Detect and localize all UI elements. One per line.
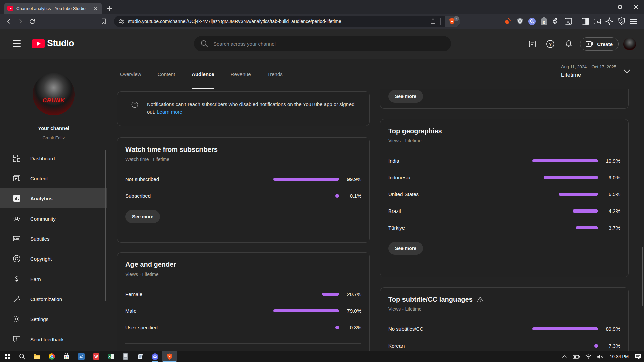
adblock-shield-extension-icon[interactable]	[515, 16, 525, 26]
discord-icon[interactable]	[148, 351, 162, 362]
wifi-icon[interactable]	[582, 351, 594, 362]
sidebar-item-dashboard[interactable]: Dashboard	[0, 148, 107, 168]
channel-search-bar[interactable]: Search across your channel	[194, 36, 451, 51]
help-icon[interactable]: ?	[544, 37, 557, 51]
browser-menu-icon[interactable]	[629, 16, 639, 26]
channel-avatar[interactable]: CRUNK	[33, 73, 75, 115]
system-tray: 10:34 PM	[558, 351, 644, 362]
sidebar-item-community[interactable]: Community	[0, 208, 107, 229]
tab-overview[interactable]: Overview	[120, 59, 141, 89]
calculator-icon[interactable]	[118, 351, 133, 362]
sidebar-scrollbar[interactable]	[105, 150, 106, 301]
account-avatar[interactable]	[623, 38, 636, 50]
action-center-icon[interactable]	[632, 351, 644, 362]
start-button[interactable]	[0, 351, 15, 362]
honey-extension-icon[interactable]: b	[539, 16, 549, 26]
earn-icon	[13, 275, 21, 283]
taskbar: W X 10:34 PM	[0, 351, 644, 362]
taskbar-search-icon[interactable]	[15, 351, 30, 362]
browser-tab[interactable]: Channel analytics - YouTube Studio	[4, 3, 102, 14]
sidebar-item-send-feedback[interactable]: Send feedback	[0, 329, 107, 349]
feedback-icon[interactable]	[526, 37, 539, 51]
site-settings-icon[interactable]	[119, 19, 125, 24]
stat-label: Subscribed	[125, 193, 255, 199]
learn-more-link[interactable]: Learn more	[157, 109, 182, 115]
tab-close-icon[interactable]	[93, 5, 99, 11]
share-icon[interactable]	[430, 18, 436, 25]
battery-icon[interactable]	[570, 351, 582, 362]
see-more-button[interactable]: See more	[388, 90, 423, 103]
extensions-puzzle-icon[interactable]	[551, 16, 561, 26]
download-manager-extension-icon[interactable]	[503, 16, 513, 26]
photos-icon[interactable]	[74, 351, 89, 362]
date-range-picker[interactable]: Aug 11, 2024 – Oct 17, 2025 Lifetime	[561, 64, 631, 78]
period-label: Lifetime	[561, 72, 616, 78]
sidebar-item-subtitles[interactable]: Subtitles	[0, 229, 107, 249]
taskbar-clock[interactable]: 10:34 PM	[606, 354, 632, 359]
sidebar-nav: Dashboard Content Analytics Community Su…	[0, 148, 107, 349]
brave-taskbar-icon[interactable]	[162, 351, 177, 362]
tray-chevron-up-icon[interactable]	[558, 351, 570, 362]
vpn-shield-icon[interactable]	[616, 16, 627, 26]
forward-button[interactable]	[15, 16, 26, 27]
tab-content[interactable]: Content	[158, 59, 175, 89]
sidebar-item-content[interactable]: Content	[0, 168, 107, 188]
analytics-icon	[13, 194, 21, 202]
sidebar-item-copyright[interactable]: Copyright	[0, 249, 107, 269]
age-gender-card: Age and gender Views · Lifetime Female20…	[117, 252, 370, 351]
sidebar-item-customization[interactable]: Customization	[0, 289, 107, 309]
stat-label: Korean	[388, 343, 514, 349]
brave-shields-button[interactable]: 4	[445, 16, 460, 27]
microsoft-store-icon[interactable]	[59, 351, 74, 362]
sidebar-item-settings[interactable]: Settings	[0, 309, 107, 329]
subtitle-cc-card: Top subtitle/CC languages Views · Lifeti…	[380, 287, 629, 351]
minimize-button[interactable]	[596, 0, 612, 14]
volume-muted-icon[interactable]	[594, 351, 606, 362]
tab-trends[interactable]: Trends	[267, 59, 283, 89]
wps-writer-icon[interactable]: W	[89, 351, 103, 362]
reader-search-extension-icon[interactable]	[563, 16, 573, 26]
back-button[interactable]	[3, 16, 15, 27]
bookmark-icon[interactable]	[98, 16, 109, 27]
create-button[interactable]: Create	[580, 37, 619, 51]
maximize-button[interactable]	[612, 0, 628, 14]
stat-label: No subtitles/CC	[388, 326, 514, 332]
sidebar-item-analytics[interactable]: Analytics	[0, 188, 107, 208]
chrome-icon[interactable]	[44, 351, 59, 362]
excel-icon[interactable]: X	[103, 351, 118, 362]
address-bar[interactable]: studio.youtube.com/channel/UCj4k-4V7ljaz…	[114, 16, 460, 27]
page-scrollbar[interactable]	[642, 247, 643, 306]
url-text[interactable]: studio.youtube.com/channel/UCj4k-4V7ljaz…	[128, 19, 426, 24]
see-more-button[interactable]: See more	[388, 242, 423, 255]
tab-revenue[interactable]: Revenue	[231, 59, 251, 89]
shields-badge: 4	[454, 16, 459, 21]
new-tab-button[interactable]	[105, 4, 114, 13]
file-explorer-icon[interactable]	[30, 351, 44, 362]
youtube-favicon-icon	[7, 6, 13, 11]
stat-row: Subscribed0.1%	[125, 187, 361, 204]
studio-logo[interactable]: Studio	[32, 38, 74, 49]
stat-label: Türkiye	[388, 225, 514, 231]
stat-bar-zone	[255, 178, 339, 181]
stat-row: Türkiye3.7%	[388, 219, 620, 236]
menu-hamburger-icon[interactable]	[13, 40, 21, 47]
scrolled-card-fragment: See more	[380, 88, 629, 109]
stat-value: 89.9%	[598, 326, 620, 332]
search-icon	[201, 40, 208, 47]
stat-value: 79.0%	[339, 308, 361, 314]
notepad-icon[interactable]	[133, 351, 148, 362]
see-more-button[interactable]: See more	[125, 210, 160, 223]
stat-bar-zone	[514, 209, 598, 213]
card-subtitle: Views · Lifetime	[125, 272, 361, 277]
stat-bar-zone	[514, 159, 598, 162]
sidebar-item-label: Subtitles	[30, 236, 50, 242]
tab-audience[interactable]: Audience	[192, 59, 214, 89]
sidebar-toggle-icon[interactable]	[580, 16, 590, 26]
notifications-bell-icon[interactable]	[562, 37, 575, 51]
search-extension-icon[interactable]	[527, 16, 537, 26]
wallet-icon[interactable]	[592, 16, 602, 26]
close-button[interactable]	[628, 0, 644, 14]
reload-button[interactable]	[26, 16, 38, 27]
leo-ai-icon[interactable]	[604, 16, 614, 26]
sidebar-item-earn[interactable]: Earn	[0, 269, 107, 289]
